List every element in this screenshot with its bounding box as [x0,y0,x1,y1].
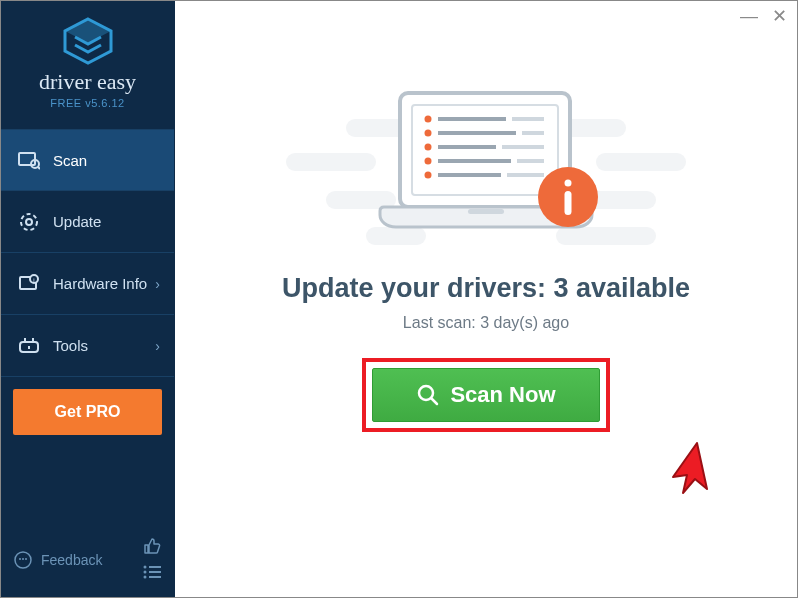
sidebar: driver easy FREE v5.6.12 Scan Update i [1,1,175,597]
svg-point-27 [425,130,432,137]
window-controls: — ✕ [740,7,787,25]
search-icon [416,383,440,407]
chevron-right-icon: › [155,276,160,292]
last-scan-text: Last scan: 3 day(s) ago [403,314,569,332]
svg-line-2 [38,167,40,169]
app-logo-icon [61,17,115,65]
svg-point-24 [425,116,432,123]
svg-rect-42 [565,191,572,215]
logo-block: driver easy FREE v5.6.12 [1,1,174,121]
sidebar-item-hardware-info[interactable]: i Hardware Info › [1,253,174,315]
scan-now-label: Scan Now [450,382,555,408]
svg-point-20 [144,576,147,579]
tools-icon [17,336,41,356]
list-icon [142,565,162,579]
sidebar-item-update[interactable]: Update [1,191,174,253]
get-pro-label: Get PRO [55,403,121,420]
chevron-right-icon: › [155,338,160,354]
sidebar-nav: Scan Update i Hardware Info › Tools [1,129,174,377]
sidebar-item-scan[interactable]: Scan [1,129,174,191]
svg-point-3 [21,214,37,230]
feedback-icon [13,550,33,570]
svg-point-4 [26,219,32,225]
annotation-cursor-icon [667,439,721,499]
scan-icon [17,150,41,170]
scan-highlight-box: Scan Now [362,358,610,432]
scan-now-button[interactable]: Scan Now [372,368,600,422]
svg-point-15 [25,558,27,560]
svg-point-36 [425,172,432,179]
sidebar-item-label: Scan [53,152,87,169]
get-pro-button[interactable]: Get PRO [13,389,162,435]
sidebar-item-label: Update [53,213,101,230]
sidebar-item-label: Tools [53,337,88,354]
svg-text:i: i [33,277,34,283]
version-label: FREE v5.6.12 [1,97,174,109]
sidebar-item-tools[interactable]: Tools › [1,315,174,377]
svg-point-16 [144,566,147,569]
thumbs-up-button[interactable] [142,537,162,559]
laptop-illustration [356,85,616,249]
hardware-info-icon: i [17,274,41,294]
feedback-label: Feedback [41,552,102,568]
svg-point-30 [425,144,432,151]
brand-name: driver easy [1,69,174,95]
main-heading: Update your drivers: 3 available [282,273,690,304]
svg-point-14 [22,558,24,560]
svg-point-13 [19,558,21,560]
update-icon [17,211,41,233]
svg-rect-39 [468,209,504,214]
feedback-button[interactable]: Feedback [13,550,102,570]
svg-line-44 [432,399,438,405]
sidebar-footer: Feedback [1,527,174,597]
main-panel: Update your drivers: 3 available Last sc… [175,1,797,597]
svg-rect-0 [19,153,35,165]
close-button[interactable]: ✕ [772,7,787,25]
sidebar-item-label: Hardware Info [53,275,147,292]
svg-point-33 [425,158,432,165]
list-view-button[interactable] [142,565,162,583]
app-window: — ✕ driver easy FREE v5.6.12 Scan [0,0,798,598]
thumbs-up-icon [142,537,162,555]
minimize-button[interactable]: — [740,7,758,25]
svg-point-41 [565,180,572,187]
svg-point-18 [144,571,147,574]
